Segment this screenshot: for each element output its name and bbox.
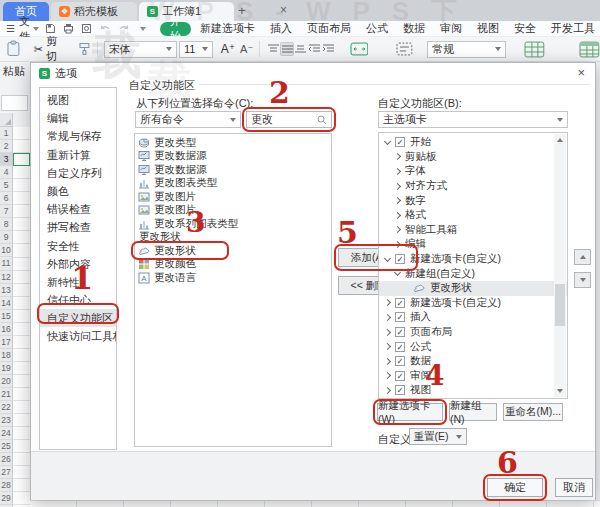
chevron-right-icon[interactable] xyxy=(384,372,391,379)
rename-button[interactable]: 重命名(M)... xyxy=(503,403,563,421)
command-item[interactable]: 更改数据源 xyxy=(135,163,331,177)
font-name-combo[interactable]: 宋体 xyxy=(104,41,177,58)
sidebar-item-视图[interactable]: 视图 xyxy=(40,91,116,109)
row-header-29[interactable]: 29 xyxy=(0,492,13,505)
row-header-1[interactable]: 1 xyxy=(0,127,13,140)
sidebar-item-拼写检查[interactable]: 拼写检查 xyxy=(40,218,116,236)
row-header-12[interactable]: 12 xyxy=(0,271,13,284)
tree-item-格式[interactable]: 格式 xyxy=(379,208,567,223)
row-header-13[interactable]: 13 xyxy=(0,284,13,297)
number-format-combo[interactable]: 常规 xyxy=(427,41,506,58)
align-middle-icon[interactable] xyxy=(280,42,294,56)
tree-item-新建选项卡(自定义)[interactable]: ✓新建选项卡(自定义) xyxy=(379,252,567,267)
tree-item-数字[interactable]: 数字 xyxy=(379,193,567,208)
name-box[interactable] xyxy=(1,95,28,111)
select-all-corner[interactable] xyxy=(0,113,13,127)
scroll-up-icon[interactable] xyxy=(554,134,566,146)
sidebar-item-常规与保存[interactable]: 常规与保存 xyxy=(40,127,116,145)
new-tab-button-dialog[interactable]: 新建选项卡(W) xyxy=(377,403,443,421)
qat-more-icon[interactable] xyxy=(140,27,146,31)
align-top-icon[interactable] xyxy=(266,42,280,56)
row-header-19[interactable]: 19 xyxy=(0,362,13,375)
tree-item-字体[interactable]: 字体 xyxy=(379,164,567,179)
merge-center-icon[interactable] xyxy=(350,42,369,56)
undo-icon[interactable] xyxy=(99,23,111,34)
row-header-21[interactable]: 21 xyxy=(0,388,13,401)
save-icon[interactable] xyxy=(45,23,56,34)
row-header-2[interactable]: 2 xyxy=(0,140,13,153)
command-source-dropdown[interactable]: 所有命令 xyxy=(135,111,241,128)
format-painter-icon[interactable] xyxy=(78,42,91,56)
row-header-9[interactable]: 9 xyxy=(0,231,13,244)
tree-item-新建组(自定义)[interactable]: 新建组(自定义) xyxy=(379,266,567,281)
move-down-button[interactable] xyxy=(574,272,591,288)
command-item[interactable]: 更改类型 xyxy=(135,136,331,150)
sidebar-item-外部内容[interactable]: 外部内容 xyxy=(40,255,116,273)
font-size-combo[interactable]: 11 xyxy=(179,41,213,58)
new-group-button[interactable]: 新建组(N) xyxy=(449,403,497,421)
sidebar-item-自定义序列[interactable]: 自定义序列 xyxy=(40,164,116,182)
tree-item-新建选项卡(自定义)[interactable]: ✓新建选项卡(自定义) xyxy=(379,296,567,311)
tree-item-公式[interactable]: ✓公式 xyxy=(379,339,567,354)
chevron-right-icon[interactable] xyxy=(394,197,401,204)
row-header-27[interactable]: 27 xyxy=(0,466,13,479)
row-header-7[interactable]: 7 xyxy=(0,205,13,218)
command-item[interactable]: 更改形状 xyxy=(135,244,331,258)
row-header-25[interactable]: 25 xyxy=(0,440,13,453)
dialog-close-icon[interactable]: × xyxy=(577,65,585,80)
checkbox[interactable]: ✓ xyxy=(395,312,405,322)
chevron-right-icon[interactable] xyxy=(384,299,391,306)
chevron-right-icon[interactable] xyxy=(394,153,401,160)
tree-item-编辑[interactable]: 编辑 xyxy=(379,237,567,252)
menu-item-插入[interactable]: 插入 xyxy=(270,21,292,36)
menu-item-安全[interactable]: 安全 xyxy=(514,21,536,36)
row-header-16[interactable]: 16 xyxy=(0,323,13,336)
chevron-right-icon[interactable] xyxy=(394,226,401,233)
tree-item-页面布局[interactable]: ✓页面布局 xyxy=(379,325,567,340)
new-tab-button[interactable]: + xyxy=(238,3,246,18)
row-header-3[interactable]: 3 xyxy=(0,153,13,166)
align-bottom-icon[interactable] xyxy=(294,42,308,56)
checkbox[interactable]: ✓ xyxy=(395,371,405,381)
cut-label[interactable]: 剪切 xyxy=(46,34,68,64)
chevron-right-icon[interactable] xyxy=(384,358,391,365)
checkbox[interactable]: ✓ xyxy=(395,298,405,308)
paste-icon[interactable] xyxy=(6,40,22,58)
menu-item-页面布局[interactable]: 页面布局 xyxy=(307,21,351,36)
tree-item-开始[interactable]: ✓开始 xyxy=(379,135,567,150)
tree-item-插入[interactable]: ✓插入 xyxy=(379,310,567,325)
sidebar-item-自定义功能区[interactable]: 自定义功能区 xyxy=(40,309,116,327)
tree-item-智能工具箱[interactable]: 智能工具箱 xyxy=(379,223,567,238)
sidebar-item-编辑[interactable]: 编辑 xyxy=(40,109,116,127)
row-header-14[interactable]: 14 xyxy=(0,297,13,310)
command-item[interactable]: 更改数据源 xyxy=(135,150,331,164)
tree-item-数据[interactable]: ✓数据 xyxy=(379,354,567,369)
print-preview-icon[interactable] xyxy=(81,23,92,34)
move-up-button[interactable] xyxy=(574,249,591,265)
ok-button[interactable]: 确定 xyxy=(487,478,543,497)
hamburger-icon[interactable]: ☰ xyxy=(6,23,15,34)
cut-icon[interactable]: ✂ xyxy=(34,43,43,56)
increase-indent-icon[interactable] xyxy=(322,42,336,56)
tree-item-审阅[interactable]: ✓审阅 xyxy=(379,369,567,384)
search-icon[interactable] xyxy=(317,115,327,125)
command-search-input[interactable]: 更改 xyxy=(246,111,332,128)
chevron-right-icon[interactable] xyxy=(394,183,401,190)
conditional-format-icon[interactable] xyxy=(524,41,545,58)
row-header-6[interactable]: 6 xyxy=(0,192,13,205)
menu-item-公式[interactable]: 公式 xyxy=(366,21,388,36)
tab-workbook1[interactable]: S 工作簿1 xyxy=(139,2,234,21)
scroll-thumb[interactable] xyxy=(555,284,565,326)
chevron-right-icon[interactable] xyxy=(394,168,401,175)
sidebar-item-快速访问工具栏[interactable]: 快速访问工具栏 xyxy=(40,327,116,345)
chevron-down-icon[interactable] xyxy=(394,269,401,276)
row-header-20[interactable]: 20 xyxy=(0,375,13,388)
command-item[interactable]: 更改图表类型 xyxy=(135,177,331,191)
tab-docer-templates[interactable]: ❖ 稻壳模板 xyxy=(51,2,137,21)
row-header-15[interactable]: 15 xyxy=(0,310,13,323)
paste-label[interactable]: 粘贴 xyxy=(3,64,25,79)
chevron-right-icon[interactable] xyxy=(384,343,391,350)
redo-icon[interactable] xyxy=(118,23,130,34)
command-item[interactable]: 更改系列图表类型 xyxy=(135,217,331,231)
checkbox[interactable]: ✓ xyxy=(395,137,405,147)
